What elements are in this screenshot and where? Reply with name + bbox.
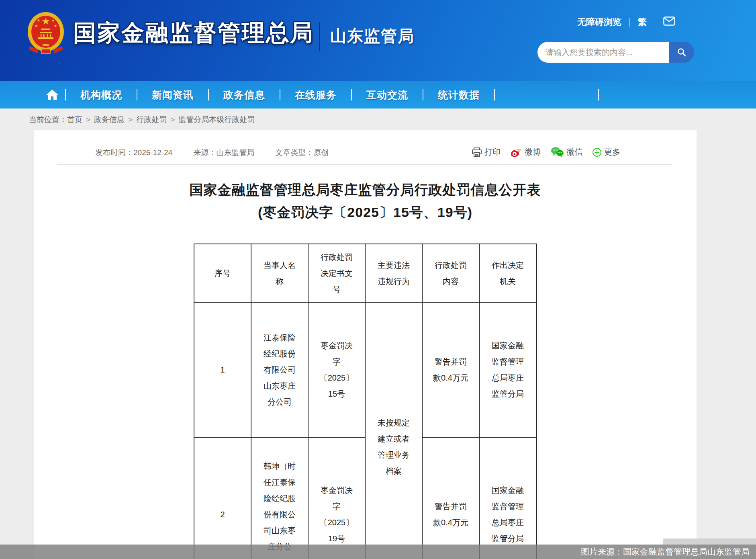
header-party: 当事人名称	[251, 244, 308, 302]
nav-item-online-service[interactable]: 在线服务	[280, 88, 351, 102]
watermark-bar: 图片来源：国家金融监督管理总局山东监管局	[0, 545, 756, 559]
svg-text:★: ★	[35, 24, 38, 28]
nav-item-news[interactable]: 新闻资讯	[137, 88, 208, 102]
document-title-line2: (枣金罚决字〔2025〕15号、19号)	[34, 201, 697, 223]
nav-item-statistics[interactable]: 统计数据	[423, 88, 494, 102]
search-icon	[677, 47, 687, 57]
topbar-separator	[655, 18, 655, 27]
publish-date: 发布时间：2025-12-24	[95, 147, 172, 158]
print-button[interactable]: 打印	[472, 147, 501, 158]
main-nav: 机构概况 新闻资讯 政务信息 在线服务 互动交流 统计数据	[0, 81, 756, 109]
cell-penalty: 警告并罚款0.4万元	[422, 437, 479, 559]
breadcrumb: 当前位置： 首页 > 政务信息 > 行政处罚 > 监管分局本级行政处罚	[0, 109, 756, 131]
header-doc-no: 行政处罚决定书文号	[308, 244, 365, 302]
header-authority: 作出决定机关	[479, 244, 536, 302]
nav-home[interactable]	[39, 89, 65, 100]
table-row: 1 江泰保险经纪股份有限公司山东枣庄分公司 枣金罚决字〔2025〕15号 未按规…	[194, 302, 536, 437]
watermark-corner	[663, 539, 756, 545]
breadcrumb-separator: >	[86, 115, 90, 124]
svg-text:★: ★	[41, 16, 50, 27]
header-penalty: 行政处罚内容	[422, 244, 479, 302]
weibo-share-button[interactable]: 微博	[510, 147, 541, 158]
svg-text:★: ★	[54, 24, 57, 28]
article-meta: 发布时间：2025-12-24 来源：山东监管局 文章类型：原创 打印	[34, 130, 697, 158]
cell-party: 韩坤（时任江泰保险经纪股份有限公司山东枣庄分公司）	[251, 437, 308, 559]
image-source-text: 图片来源：国家金融监督管理总局山东监管局	[581, 546, 750, 557]
weibo-icon	[510, 147, 522, 158]
cell-seq: 1	[194, 302, 251, 437]
nav-separator	[598, 89, 599, 100]
wechat-share-button[interactable]: 微信	[550, 147, 582, 158]
topbar: 无障碍浏览 繁	[577, 16, 675, 28]
plus-circle-icon	[592, 147, 602, 157]
bureau-name: 山东监管局	[330, 25, 415, 47]
breadcrumb-home[interactable]: 首页	[67, 115, 82, 125]
cell-party: 江泰保险经纪股份有限公司山东枣庄分公司	[251, 302, 308, 437]
site-header: ★ ★ ★ ★ ★ 国家金融监督管理总局 山东监管局 无障碍浏览 繁	[0, 0, 756, 81]
header-violation: 主要违法违规行为	[365, 244, 422, 302]
cell-penalty: 警告并罚款0.4万元	[422, 302, 479, 437]
penalty-table: 序号 当事人名称 行政处罚决定书文号 主要违法违规行为 行政处罚内容 作出决定机…	[194, 244, 537, 559]
article-type: 文章类型：原创	[275, 147, 329, 158]
search-bar	[537, 42, 694, 63]
traditional-chinese-link[interactable]: 繁	[638, 16, 647, 28]
breadcrumb-penalty[interactable]: 行政处罚	[136, 115, 167, 125]
breadcrumb-branch-penalty[interactable]: 监管分局本级行政处罚	[178, 115, 255, 125]
breadcrumb-government-info[interactable]: 政务信息	[94, 115, 125, 125]
share-actions: 打印 微博	[472, 147, 620, 158]
accessibility-link[interactable]: 无障碍浏览	[577, 16, 621, 28]
cell-violation-merged: 未按规定建立或者管理业务档案	[365, 302, 422, 559]
cell-doc-no: 枣金罚决字〔2025〕19号	[308, 437, 365, 559]
cell-authority: 国家金融监督管理总局枣庄监管分局	[479, 302, 536, 437]
content-panel: 发布时间：2025-12-24 来源：山东监管局 文章类型：原创 打印	[34, 130, 697, 559]
article-source: 来源：山东监管局	[193, 147, 254, 158]
more-share-button[interactable]: 更多	[592, 147, 620, 158]
nav-item-organization[interactable]: 机构概况	[66, 88, 137, 102]
document-title-line1: 国家金融监督管理总局枣庄监管分局行政处罚信息公开表	[34, 178, 697, 201]
document-title: 国家金融监督管理总局枣庄监管分局行政处罚信息公开表 (枣金罚决字〔2025〕15…	[34, 178, 697, 223]
topbar-separator	[629, 18, 630, 27]
cell-authority: 国家金融监督管理总局枣庄监管分局	[479, 437, 536, 559]
search-button[interactable]	[669, 42, 694, 63]
table-header-row: 序号 当事人名称 行政处罚决定书文号 主要违法违规行为 行政处罚内容 作出决定机…	[194, 244, 536, 302]
header-divider	[319, 23, 320, 51]
national-emblem-logo: ★ ★ ★ ★ ★	[27, 10, 65, 56]
meta-divider-line	[57, 164, 672, 165]
site-title: 国家金融监督管理总局	[73, 18, 314, 49]
printer-icon	[472, 147, 482, 157]
nav-item-government-info[interactable]: 政务信息	[209, 88, 280, 102]
home-icon	[46, 89, 59, 100]
cell-seq: 2	[194, 437, 251, 559]
svg-text:★: ★	[51, 18, 55, 23]
search-input[interactable]	[537, 42, 669, 63]
nav-item-interaction[interactable]: 互动交流	[352, 88, 423, 102]
mail-icon	[663, 16, 675, 26]
nav-separator	[494, 89, 495, 100]
breadcrumb-separator: >	[170, 115, 175, 124]
breadcrumb-label: 当前位置：	[29, 115, 67, 125]
cell-doc-no: 枣金罚决字〔2025〕15号	[308, 302, 365, 437]
svg-text:★: ★	[37, 18, 41, 23]
mail-link[interactable]	[663, 16, 675, 28]
breadcrumb-separator: >	[128, 115, 133, 124]
wechat-icon	[550, 147, 564, 158]
header-seq: 序号	[194, 244, 251, 302]
